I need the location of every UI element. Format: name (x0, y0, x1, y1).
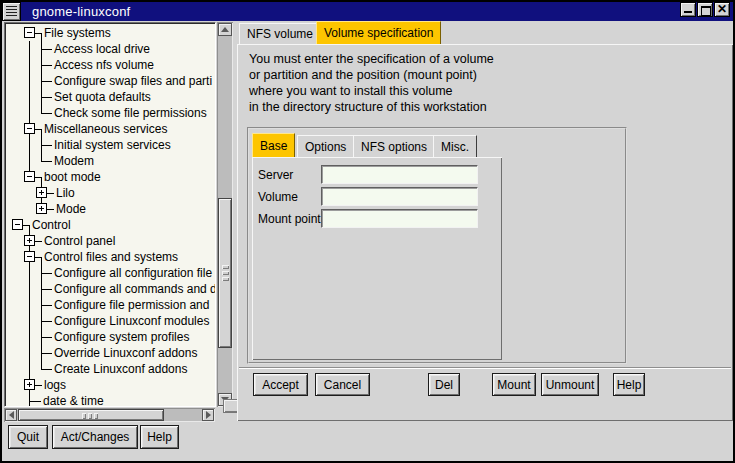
tree-item[interactable]: Access local drive (6, 41, 216, 57)
tree-line (29, 401, 41, 402)
tree-line (41, 105, 42, 113)
scroll-up-button[interactable] (218, 23, 232, 36)
collapse-box-icon[interactable] (24, 171, 35, 182)
collapse-box-icon[interactable] (24, 27, 35, 38)
tree-item[interactable]: Configure system profiles (6, 329, 216, 345)
tab-label: Options (305, 140, 346, 154)
del-button[interactable]: Del (428, 373, 460, 396)
tab-options[interactable]: Options (297, 135, 354, 157)
tree-item-label: Create Linuxconf addons (54, 362, 187, 376)
help-button[interactable]: Help (613, 373, 645, 396)
expand-box-icon[interactable] (24, 235, 35, 246)
collapse-box-icon[interactable] (24, 251, 35, 262)
tab-label: Volume specification (324, 26, 433, 40)
tree-item-label: Configure Linuxconf modules (54, 314, 209, 328)
tree-item[interactable]: Lilo (6, 185, 216, 201)
vertical-scroll-thumb[interactable] (218, 198, 232, 348)
close-button[interactable]: ✕ (714, 2, 730, 17)
tree-item[interactable]: Create Linuxconf addons (6, 361, 216, 377)
tree-horizontal-scrollbar[interactable] (4, 408, 215, 422)
thumb-grip-icon (222, 265, 229, 269)
tree-item[interactable]: Configure all configuration file (6, 265, 216, 281)
description-line: You must enter the specification of a vo… (249, 52, 494, 66)
base-tab-panel: Server Volume Mount point (252, 157, 502, 360)
tree-item-label: File systems (44, 26, 111, 40)
tree-item[interactable]: Configure Linuxconf modules (6, 313, 216, 329)
tree-item[interactable]: Set quota defaults (6, 89, 216, 105)
tree-item[interactable]: Initial system services (6, 137, 216, 153)
tab-label: Base (260, 139, 287, 153)
expand-box-icon[interactable] (36, 203, 47, 214)
scroll-left-button[interactable] (5, 409, 17, 421)
window-menu-icon[interactable] (2, 2, 21, 21)
expand-box-icon[interactable] (36, 187, 47, 198)
tree-item[interactable]: Control (6, 217, 216, 233)
tab-label: NFS options (361, 140, 427, 154)
titlebar: gnome-linuxconf (2, 2, 733, 21)
tree-item[interactable]: Configure swap files and parti (6, 73, 216, 89)
act-changes-button[interactable]: Act/Changes (52, 425, 138, 449)
tree-item[interactable]: logs (6, 377, 216, 393)
tab-nfs-options[interactable]: NFS options (353, 135, 435, 157)
mount-point-label: Mount point (258, 212, 321, 226)
cancel-button[interactable]: Cancel (315, 373, 370, 396)
tree-item[interactable]: boot mode (6, 169, 216, 185)
tree-item-label: Set quota defaults (54, 90, 151, 104)
tree-item[interactable]: date & time (6, 393, 216, 407)
tree-item[interactable]: Mode (6, 201, 216, 217)
minimize-button[interactable] (680, 2, 696, 17)
tree-line (41, 321, 52, 322)
minimize-icon (684, 11, 692, 13)
expand-box-icon[interactable] (24, 379, 35, 390)
mount-point-input[interactable] (321, 209, 478, 228)
tree-item[interactable]: Miscellaneous services (6, 121, 216, 137)
tab-base[interactable]: Base (252, 133, 295, 157)
tree-item[interactable]: Configure all commands and d (6, 281, 216, 297)
tree-item[interactable]: Override Linuxconf addons (6, 345, 216, 361)
tree-item[interactable]: Modem (6, 153, 216, 169)
tree-line (41, 153, 42, 161)
volume-input[interactable] (321, 187, 478, 206)
quit-button[interactable]: Quit (8, 425, 48, 449)
accept-button[interactable]: Accept (253, 373, 308, 396)
tree-item[interactable]: Access nfs volume (6, 57, 216, 73)
thumb-grip-icon (222, 277, 229, 281)
help-bottom-button[interactable]: Help (140, 425, 179, 449)
tree-line (29, 281, 30, 297)
tree-line (41, 257, 42, 265)
tree-line (41, 129, 42, 137)
tree-line (46, 209, 54, 210)
tree-item-label: Mode (56, 202, 86, 216)
tab-volume-specification[interactable]: Volume specification (316, 21, 441, 44)
description-line: where you want to install this volume (249, 84, 453, 98)
tab-nfs-volume[interactable]: NFS volume (239, 23, 321, 44)
tree-line (29, 137, 30, 153)
button-label: Help (617, 378, 642, 392)
thumb-grip-icon (94, 413, 98, 419)
thumb-grip-icon (222, 271, 229, 275)
server-label: Server (258, 168, 293, 182)
tree-line (29, 345, 30, 361)
tree-line (41, 113, 52, 114)
unmount-button[interactable]: Unmount (541, 373, 599, 396)
tab-misc[interactable]: Misc. (433, 135, 477, 157)
tree-line (29, 225, 30, 233)
collapse-box-icon[interactable] (12, 219, 23, 230)
tree-item[interactable]: Control panel (6, 233, 216, 249)
horizontal-scroll-thumb[interactable] (18, 409, 164, 421)
tree-item[interactable]: Control files and systems (6, 249, 216, 265)
tree-item-label: boot mode (44, 170, 101, 184)
scroll-right-button[interactable] (202, 409, 214, 421)
config-tree: File systemsAccess local driveAccess nfs… (4, 22, 216, 407)
server-input[interactable] (321, 165, 478, 184)
tree-item[interactable]: Configure file permission and (6, 297, 216, 313)
thumb-grip-icon (88, 413, 92, 419)
tree-vertical-scrollbar[interactable] (217, 22, 233, 407)
tree-item[interactable]: File systems (6, 25, 216, 41)
tree-item[interactable]: Check some file permissions (6, 105, 216, 121)
maximize-button[interactable] (697, 2, 713, 17)
tree-line (22, 225, 30, 226)
collapse-box-icon[interactable] (24, 123, 35, 134)
mount-button[interactable]: Mount (492, 373, 536, 396)
tree-item-label: Configure system profiles (54, 330, 189, 344)
